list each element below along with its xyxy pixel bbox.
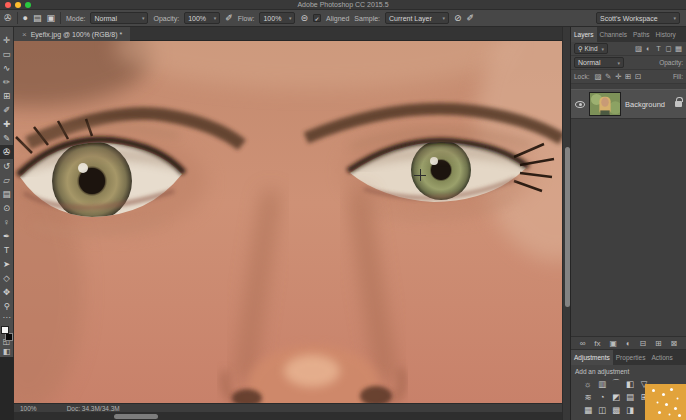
options-bar: ✇ ● ▤ ▣ Mode: Normal Opacity: 100% ✐ Flo… — [0, 10, 686, 27]
screen-mode-button[interactable]: ◧ — [0, 347, 14, 357]
hand-tool[interactable]: ✥ — [0, 285, 14, 299]
tab-layers[interactable]: Layers — [571, 27, 597, 42]
tab-paths[interactable]: Paths — [630, 27, 653, 42]
shape-tool[interactable]: ◇ — [0, 271, 14, 285]
adj-black-white-icon[interactable]: ◩ — [611, 392, 621, 402]
pressure-size-icon[interactable]: ✐ — [467, 13, 475, 23]
filter-smart-objects-icon[interactable]: ▦ — [674, 44, 683, 53]
layer-thumbnail[interactable] — [589, 92, 621, 116]
toggle-clone-source-panel-icon[interactable]: ▣ — [47, 13, 56, 23]
adj-levels-icon[interactable]: ▥ — [597, 379, 607, 389]
edit-toolbar-button[interactable]: ⋯ — [0, 313, 14, 323]
adj-exposure-icon[interactable]: ◧ — [625, 379, 635, 389]
airbrush-icon[interactable]: ⊜ — [300, 13, 308, 23]
vertical-scrollbar[interactable] — [562, 27, 570, 420]
thumbnail-portrait — [590, 93, 620, 115]
window-controls — [5, 2, 31, 8]
lock-position-icon[interactable]: ✛ — [614, 72, 623, 81]
layer-visibility-eye-icon[interactable] — [575, 101, 585, 108]
link-layers-icon[interactable]: ∞ — [580, 339, 586, 348]
adj-posterize-icon[interactable]: ▩ — [611, 405, 621, 415]
path-selection-tool[interactable]: ➤ — [0, 257, 14, 271]
photo-woman-eyes — [14, 41, 562, 403]
brush-preset-picker[interactable]: ● — [23, 13, 28, 23]
flow-select[interactable]: 100% — [259, 12, 295, 24]
history-brush-tool[interactable]: ↺ — [0, 159, 14, 173]
delete-layer-icon[interactable]: ⊠ — [670, 339, 677, 348]
brand-watermark-logo — [645, 384, 686, 420]
toggle-brush-panel-icon[interactable]: ▤ — [33, 13, 42, 23]
blend-mode-select[interactable]: Normal — [574, 57, 624, 68]
adj-photo-filter-icon[interactable]: ▤ — [625, 392, 635, 402]
clone-stamp-tool-icon[interactable]: ✇ — [4, 13, 12, 23]
horizontal-scrollbar[interactable] — [14, 412, 562, 420]
lock-all-icon[interactable]: ⊡ — [634, 72, 643, 81]
aligned-checkbox[interactable]: ✓ — [313, 14, 321, 22]
brush-tool[interactable]: ✎ — [0, 131, 14, 145]
dodge-tool[interactable]: ♀ — [0, 215, 14, 229]
adj-threshold-icon[interactable]: ◨ — [625, 405, 635, 415]
background-color-swatch[interactable] — [5, 333, 13, 341]
canvas-image[interactable] — [14, 41, 562, 403]
gradient-tool[interactable]: ▤ — [0, 187, 14, 201]
tab-channels[interactable]: Channels — [597, 27, 630, 42]
tool-strip: ✛▭∿✏⊞✐✚✎✇↺▱▤⊙♀✒T➤◇✥⚲ ⋯ ◱ ◧ — [0, 27, 14, 357]
blur-tool[interactable]: ⊙ — [0, 201, 14, 215]
new-adjustment-layer-icon[interactable]: ◐ — [626, 339, 631, 348]
lasso-tool[interactable]: ∿ — [0, 61, 14, 75]
lock-transparency-icon[interactable]: ▨ — [594, 72, 603, 81]
tab-adjustments[interactable]: Adjustments — [571, 350, 613, 365]
panel-dock: LayersChannelsPathsHistory ⚲ Kind ▨◐T◻▦ … — [570, 27, 686, 420]
minimize-window-button[interactable] — [15, 2, 21, 8]
layer-row-background[interactable]: Background — [571, 89, 686, 119]
document-tab-title: Eyefix.jpg @ 100% (RGB/8) * — [31, 31, 123, 38]
opacity-label: Opacity: — [659, 59, 683, 66]
pressure-opacity-icon[interactable]: ✐ — [225, 13, 233, 23]
clone-stamp-tool[interactable]: ✇ — [0, 145, 14, 159]
eyedropper-tool[interactable]: ✐ — [0, 103, 14, 117]
vertical-scrollbar-thumb[interactable] — [565, 147, 570, 307]
mode-select[interactable]: Normal — [90, 12, 148, 24]
filter-shape-layers-icon[interactable]: ◻ — [664, 44, 673, 53]
new-group-icon[interactable]: ⊟ — [639, 339, 646, 348]
move-tool[interactable]: ✛ — [0, 33, 14, 47]
document-tab[interactable]: × Eyefix.jpg @ 100% (RGB/8) * — [14, 27, 130, 41]
filter-adjustment-layers-icon[interactable]: ◐ — [644, 44, 653, 53]
adj-invert-icon[interactable]: ◫ — [597, 405, 607, 415]
filter-type-layers-icon[interactable]: T — [654, 44, 663, 53]
add-layer-mask-icon[interactable]: ▣ — [609, 339, 617, 348]
foreground-color-swatch[interactable] — [1, 326, 9, 334]
workspace-select[interactable]: Scott's Workspace — [596, 12, 680, 24]
zoom-tool[interactable]: ⚲ — [0, 299, 14, 313]
opacity-select[interactable]: 100% — [184, 12, 220, 24]
adj-hue-saturation-icon[interactable]: ≋ — [583, 392, 593, 402]
crop-tool[interactable]: ⊞ — [0, 89, 14, 103]
ignore-adjustment-layers-icon[interactable]: ⊘ — [454, 13, 462, 23]
quick-selection-tool[interactable]: ✏ — [0, 75, 14, 89]
tab-history[interactable]: History — [653, 27, 679, 42]
zoom-level-field[interactable]: 100% — [20, 405, 37, 412]
adj-curves-icon[interactable]: ⌒ — [611, 378, 621, 390]
pen-tool[interactable]: ✒ — [0, 229, 14, 243]
horizontal-scrollbar-thumb[interactable] — [114, 414, 158, 419]
eraser-tool[interactable]: ▱ — [0, 173, 14, 187]
close-window-button[interactable] — [5, 2, 11, 8]
healing-brush-tool[interactable]: ✚ — [0, 117, 14, 131]
layer-effects-icon[interactable]: fx — [594, 339, 600, 348]
tab-actions[interactable]: Actions — [648, 350, 675, 365]
filter-pixel-layers-icon[interactable]: ▨ — [634, 44, 643, 53]
adj-color-lookup-icon[interactable]: ▦ — [583, 405, 593, 415]
color-swatches[interactable] — [0, 325, 14, 335]
lock-pixels-icon[interactable]: ✎ — [604, 72, 613, 81]
filter-kind-select[interactable]: ⚲ Kind — [574, 43, 608, 54]
new-layer-icon[interactable]: ⊞ — [655, 339, 662, 348]
type-tool[interactable]: T — [0, 243, 14, 257]
adj-brightness-contrast-icon[interactable]: ☼ — [583, 379, 593, 389]
zoom-window-button[interactable] — [25, 2, 31, 8]
adj-color-balance-icon[interactable]: ◔ — [597, 392, 607, 402]
lock-artboard-icon[interactable]: ⊞ — [624, 72, 633, 81]
tab-properties[interactable]: Properties — [613, 350, 649, 365]
close-document-icon[interactable]: × — [22, 30, 27, 39]
marquee-tool[interactable]: ▭ — [0, 47, 14, 61]
sample-select[interactable]: Current Layer — [385, 12, 449, 24]
